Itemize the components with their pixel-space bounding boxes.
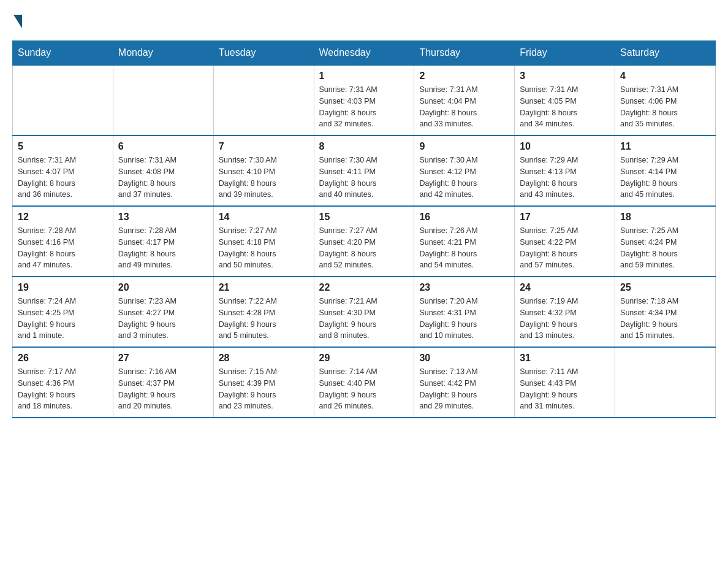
day-info: Sunrise: 7:31 AMSunset: 4:04 PMDaylight:… — [419, 84, 509, 130]
day-number: 11 — [620, 141, 710, 152]
calendar-week-2: 5Sunrise: 7:31 AMSunset: 4:07 PMDaylight… — [13, 136, 716, 206]
calendar-cell: 25Sunrise: 7:18 AMSunset: 4:34 PMDayligh… — [615, 277, 716, 347]
calendar-cell: 2Sunrise: 7:31 AMSunset: 4:04 PMDaylight… — [414, 65, 515, 136]
calendar-cell: 1Sunrise: 7:31 AMSunset: 4:03 PMDaylight… — [314, 65, 414, 136]
calendar-cell — [113, 65, 213, 136]
day-number: 1 — [319, 71, 409, 82]
weekday-header-tuesday: Tuesday — [213, 41, 314, 66]
day-number: 31 — [520, 353, 610, 364]
calendar-week-1: 1Sunrise: 7:31 AMSunset: 4:03 PMDaylight… — [13, 65, 716, 136]
day-number: 10 — [520, 141, 610, 152]
day-number: 6 — [118, 141, 208, 152]
day-number: 3 — [520, 71, 610, 82]
calendar-cell: 18Sunrise: 7:25 AMSunset: 4:24 PMDayligh… — [615, 206, 716, 277]
day-info: Sunrise: 7:31 AMSunset: 4:06 PMDaylight:… — [620, 84, 710, 130]
day-number: 23 — [419, 282, 509, 293]
day-number: 29 — [319, 353, 409, 364]
day-info: Sunrise: 7:28 AMSunset: 4:16 PMDaylight:… — [18, 225, 108, 271]
calendar-cell: 30Sunrise: 7:13 AMSunset: 4:42 PMDayligh… — [414, 347, 515, 418]
calendar-cell: 6Sunrise: 7:31 AMSunset: 4:08 PMDaylight… — [113, 136, 213, 206]
calendar-week-5: 26Sunrise: 7:17 AMSunset: 4:36 PMDayligh… — [13, 347, 716, 418]
day-info: Sunrise: 7:22 AMSunset: 4:28 PMDaylight:… — [219, 296, 309, 342]
calendar-cell: 4Sunrise: 7:31 AMSunset: 4:06 PMDaylight… — [615, 65, 716, 136]
day-info: Sunrise: 7:15 AMSunset: 4:39 PMDaylight:… — [219, 366, 309, 412]
logo — [12, 12, 22, 28]
day-number: 9 — [419, 141, 509, 152]
day-info: Sunrise: 7:28 AMSunset: 4:17 PMDaylight:… — [118, 225, 208, 271]
day-number: 26 — [18, 353, 108, 364]
day-info: Sunrise: 7:29 AMSunset: 4:14 PMDaylight:… — [620, 155, 710, 201]
calendar-cell: 27Sunrise: 7:16 AMSunset: 4:37 PMDayligh… — [113, 347, 213, 418]
calendar-cell: 23Sunrise: 7:20 AMSunset: 4:31 PMDayligh… — [414, 277, 515, 347]
calendar-cell: 12Sunrise: 7:28 AMSunset: 4:16 PMDayligh… — [13, 206, 113, 277]
calendar-cell: 19Sunrise: 7:24 AMSunset: 4:25 PMDayligh… — [13, 277, 113, 347]
day-info: Sunrise: 7:16 AMSunset: 4:37 PMDaylight:… — [118, 366, 208, 412]
day-info: Sunrise: 7:17 AMSunset: 4:36 PMDaylight:… — [18, 366, 108, 412]
day-info: Sunrise: 7:31 AMSunset: 4:07 PMDaylight:… — [18, 155, 108, 201]
weekday-header-saturday: Saturday — [615, 41, 716, 66]
calendar-week-3: 12Sunrise: 7:28 AMSunset: 4:16 PMDayligh… — [13, 206, 716, 277]
day-number: 14 — [219, 212, 309, 223]
calendar-cell: 8Sunrise: 7:30 AMSunset: 4:11 PMDaylight… — [314, 136, 414, 206]
calendar-cell: 17Sunrise: 7:25 AMSunset: 4:22 PMDayligh… — [515, 206, 615, 277]
day-info: Sunrise: 7:27 AMSunset: 4:20 PMDaylight:… — [319, 225, 409, 271]
day-number: 16 — [419, 212, 509, 223]
day-number: 25 — [620, 282, 710, 293]
calendar-cell: 28Sunrise: 7:15 AMSunset: 4:39 PMDayligh… — [213, 347, 314, 418]
day-number: 28 — [219, 353, 309, 364]
day-info: Sunrise: 7:31 AMSunset: 4:08 PMDaylight:… — [118, 155, 208, 201]
weekday-header-thursday: Thursday — [414, 41, 515, 66]
calendar-cell: 21Sunrise: 7:22 AMSunset: 4:28 PMDayligh… — [213, 277, 314, 347]
day-number: 12 — [18, 212, 108, 223]
day-info: Sunrise: 7:27 AMSunset: 4:18 PMDaylight:… — [219, 225, 309, 271]
day-info: Sunrise: 7:19 AMSunset: 4:32 PMDaylight:… — [520, 296, 610, 342]
calendar-cell — [213, 65, 314, 136]
day-info: Sunrise: 7:20 AMSunset: 4:31 PMDaylight:… — [419, 296, 509, 342]
page-header — [12, 12, 716, 28]
day-number: 27 — [118, 353, 208, 364]
day-number: 2 — [419, 71, 509, 82]
weekday-header-monday: Monday — [113, 41, 213, 66]
calendar-cell: 3Sunrise: 7:31 AMSunset: 4:05 PMDaylight… — [515, 65, 615, 136]
calendar-cell: 13Sunrise: 7:28 AMSunset: 4:17 PMDayligh… — [113, 206, 213, 277]
calendar-cell: 22Sunrise: 7:21 AMSunset: 4:30 PMDayligh… — [314, 277, 414, 347]
calendar-cell: 16Sunrise: 7:26 AMSunset: 4:21 PMDayligh… — [414, 206, 515, 277]
day-info: Sunrise: 7:14 AMSunset: 4:40 PMDaylight:… — [319, 366, 409, 412]
day-number: 24 — [520, 282, 610, 293]
day-number: 20 — [118, 282, 208, 293]
day-info: Sunrise: 7:11 AMSunset: 4:43 PMDaylight:… — [520, 366, 610, 412]
calendar-cell: 24Sunrise: 7:19 AMSunset: 4:32 PMDayligh… — [515, 277, 615, 347]
day-number: 19 — [18, 282, 108, 293]
day-info: Sunrise: 7:30 AMSunset: 4:12 PMDaylight:… — [419, 155, 509, 201]
day-info: Sunrise: 7:31 AMSunset: 4:03 PMDaylight:… — [319, 84, 409, 130]
calendar-header-row: SundayMondayTuesdayWednesdayThursdayFrid… — [13, 41, 716, 66]
day-number: 18 — [620, 212, 710, 223]
calendar-cell: 10Sunrise: 7:29 AMSunset: 4:13 PMDayligh… — [515, 136, 615, 206]
weekday-header-friday: Friday — [515, 41, 615, 66]
calendar-cell: 9Sunrise: 7:30 AMSunset: 4:12 PMDaylight… — [414, 136, 515, 206]
calendar-cell: 5Sunrise: 7:31 AMSunset: 4:07 PMDaylight… — [13, 136, 113, 206]
day-info: Sunrise: 7:13 AMSunset: 4:42 PMDaylight:… — [419, 366, 509, 412]
day-info: Sunrise: 7:21 AMSunset: 4:30 PMDaylight:… — [319, 296, 409, 342]
weekday-header-sunday: Sunday — [13, 41, 113, 66]
day-info: Sunrise: 7:23 AMSunset: 4:27 PMDaylight:… — [118, 296, 208, 342]
day-number: 22 — [319, 282, 409, 293]
day-number: 21 — [219, 282, 309, 293]
day-info: Sunrise: 7:31 AMSunset: 4:05 PMDaylight:… — [520, 84, 610, 130]
day-number: 5 — [18, 141, 108, 152]
day-number: 13 — [118, 212, 208, 223]
day-info: Sunrise: 7:24 AMSunset: 4:25 PMDaylight:… — [18, 296, 108, 342]
day-number: 8 — [319, 141, 409, 152]
day-info: Sunrise: 7:18 AMSunset: 4:34 PMDaylight:… — [620, 296, 710, 342]
calendar-week-4: 19Sunrise: 7:24 AMSunset: 4:25 PMDayligh… — [13, 277, 716, 347]
calendar-cell: 20Sunrise: 7:23 AMSunset: 4:27 PMDayligh… — [113, 277, 213, 347]
day-number: 15 — [319, 212, 409, 223]
day-info: Sunrise: 7:30 AMSunset: 4:10 PMDaylight:… — [219, 155, 309, 201]
calendar-table: SundayMondayTuesdayWednesdayThursdayFrid… — [12, 40, 716, 418]
calendar-cell: 29Sunrise: 7:14 AMSunset: 4:40 PMDayligh… — [314, 347, 414, 418]
day-number: 17 — [520, 212, 610, 223]
day-info: Sunrise: 7:25 AMSunset: 4:22 PMDaylight:… — [520, 225, 610, 271]
calendar-cell: 7Sunrise: 7:30 AMSunset: 4:10 PMDaylight… — [213, 136, 314, 206]
calendar-cell: 11Sunrise: 7:29 AMSunset: 4:14 PMDayligh… — [615, 136, 716, 206]
day-info: Sunrise: 7:25 AMSunset: 4:24 PMDaylight:… — [620, 225, 710, 271]
